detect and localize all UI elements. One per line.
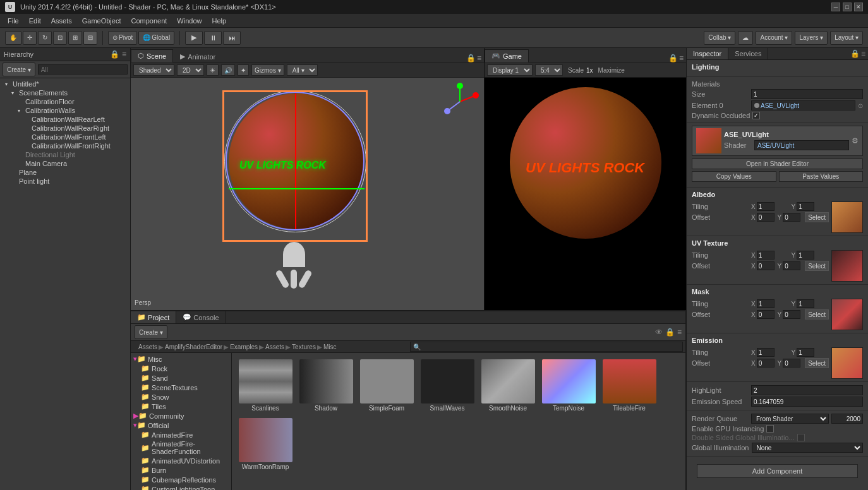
element0-menu-icon[interactable]: ⊙ (858, 102, 863, 109)
offset-y-input[interactable] (783, 310, 800, 319)
tab-inspector[interactable]: Inspector (687, 48, 728, 59)
menu-file[interactable]: File (3, 16, 24, 26)
tiling-y-input[interactable] (797, 251, 814, 260)
offset-x-input[interactable] (757, 359, 775, 368)
render-queue-value[interactable] (831, 414, 863, 424)
offset-x-input[interactable] (757, 261, 775, 270)
scene-all-dropdown[interactable]: All ▾ (287, 64, 318, 76)
project-create-button[interactable]: Create ▾ (135, 325, 167, 339)
breadcrumb-textures[interactable]: Textures (292, 344, 316, 350)
breadcrumb-assets2[interactable]: Assets (265, 344, 284, 350)
gizmos-dropdown[interactable]: Gizmos ▾ (251, 64, 284, 76)
2d-toggle[interactable]: 2D (177, 64, 204, 76)
play-button[interactable]: ▶ (185, 31, 203, 45)
lighting-toggle[interactable]: ☀ (207, 64, 219, 76)
mask-select-button[interactable]: Select (805, 309, 829, 320)
hierarchy-item-maincamera[interactable]: Main Camera (0, 159, 130, 168)
rect-tool[interactable]: ⊞ (68, 31, 82, 45)
maximize-button[interactable]: □ (843, 3, 852, 11)
game-menu-icon[interactable]: ≡ (679, 54, 684, 63)
shader-settings-icon[interactable]: ⚙ (852, 136, 859, 145)
breadcrumb-amplify[interactable]: AmplifyShaderEditor (165, 344, 222, 350)
hierarchy-menu-icon[interactable]: ≡ (122, 50, 126, 59)
hierarchy-item-wallfrontright[interactable]: CalibrationWallFrontRight (0, 141, 130, 150)
tree-item-animatedfire[interactable]: 📁 AnimatedFire (131, 430, 231, 439)
menu-window[interactable]: Window (172, 16, 207, 26)
global-illumination-dropdown[interactable]: None (752, 443, 864, 453)
breadcrumb-examples[interactable]: Examples (230, 344, 258, 350)
offset-x-input[interactable] (757, 310, 775, 319)
tree-item-rock[interactable]: 📁 Rock (131, 364, 231, 373)
tiling-x-input[interactable] (757, 202, 775, 211)
asset-scanlines[interactable]: Scanlines (237, 358, 294, 413)
hierarchy-search[interactable] (38, 64, 128, 75)
menu-component[interactable]: Component (126, 16, 172, 26)
breadcrumb-misc[interactable]: Misc (323, 344, 337, 350)
albedo-select-button[interactable]: Select (805, 212, 829, 222)
pivot-button[interactable]: ⊙ Pivot (108, 31, 137, 45)
emission-speed-field[interactable] (751, 397, 863, 407)
tree-item-tiles[interactable]: 📁 Tiles (131, 402, 231, 411)
double-sided-checkbox[interactable] (797, 434, 805, 441)
tree-item-animatedfire-sf[interactable]: 📁 AnimatedFire-ShaderFunction (131, 439, 231, 456)
emission-select-button[interactable]: Select (805, 358, 829, 368)
inspector-menu-icon[interactable]: ≡ (861, 49, 865, 58)
uv-select-button[interactable]: Select (805, 261, 829, 271)
tree-item-burn[interactable]: 📁 Burn (131, 465, 231, 475)
step-button[interactable]: ⏭ (223, 31, 241, 45)
hierarchy-lock-icon[interactable]: 🔒 (110, 50, 119, 59)
ratio-dropdown[interactable]: 5:4 (535, 64, 563, 76)
menu-gameobject[interactable]: GameObject (77, 16, 126, 26)
account-dropdown[interactable]: Account ▾ (756, 31, 792, 45)
hierarchy-item-plane[interactable]: Plane (0, 168, 130, 177)
tab-scene[interactable]: ⬡ Scene (131, 49, 173, 63)
move-tool[interactable]: ✛ (23, 31, 37, 45)
menu-edit[interactable]: Edit (24, 16, 46, 26)
asset-smoothnoise[interactable]: SmoothNoise (479, 358, 536, 413)
offset-x-input[interactable] (757, 213, 775, 222)
asset-shadow[interactable]: Shadow (298, 358, 354, 413)
fx-toggle[interactable]: ✦ (238, 64, 249, 76)
hierarchy-item-pointlight[interactable]: Point light (0, 177, 130, 186)
gpu-instancing-checkbox[interactable] (766, 425, 774, 433)
hierarchy-item-wallrearright[interactable]: CalibrationWallRearRight (0, 124, 130, 133)
minimize-button[interactable]: ─ (831, 3, 840, 11)
scene-lock-icon[interactable]: 🔒 (466, 54, 476, 63)
tree-item-animateduvdistortion[interactable]: 📁 AnimatedUVDistortion (131, 456, 231, 465)
project-lock-icon[interactable]: 🔒 (665, 328, 675, 337)
display-dropdown[interactable]: Display 1 (487, 64, 533, 76)
asset-simplefoam[interactable]: SimpleFoam (358, 358, 415, 413)
rotate-tool[interactable]: ↻ (38, 31, 52, 45)
close-button[interactable]: ✕ (854, 3, 863, 11)
render-queue-dropdown[interactable]: From Shader (751, 414, 829, 424)
add-component-button[interactable]: Add Component (697, 464, 858, 478)
tree-item-snow[interactable]: 📁 Snow (131, 392, 231, 402)
tiling-x-input[interactable] (757, 251, 775, 260)
tree-item-official[interactable]: ▾📁 Official (131, 421, 231, 430)
hierarchy-item-sceneelements[interactable]: ▾ SceneElements (0, 88, 130, 97)
hierarchy-item-untitled[interactable]: ▾ Untitled* (0, 80, 130, 88)
asset-tileablefire[interactable]: TileableFire (601, 358, 658, 413)
tree-item-cubemapreflections[interactable]: 📁 CubemapReflections (131, 475, 231, 484)
layout-dropdown[interactable]: Layout ▾ (830, 31, 863, 45)
hand-tool[interactable]: ✋ (5, 31, 21, 45)
asset-search[interactable] (410, 342, 683, 352)
scene-menu-icon[interactable]: ≡ (477, 54, 481, 63)
hierarchy-item-calibrationfloor[interactable]: CalibrationFloor (0, 97, 130, 106)
menu-assets[interactable]: Assets (46, 16, 77, 26)
global-button[interactable]: 🌐 Global (138, 31, 174, 45)
game-lock-icon[interactable]: 🔒 (668, 54, 678, 63)
scale-tool[interactable]: ⊡ (53, 31, 67, 45)
copy-values-button[interactable]: Copy Values (692, 171, 776, 182)
tab-console[interactable]: 💬 Console (176, 311, 226, 323)
tree-item-sand[interactable]: 📁 Sand (131, 373, 231, 383)
tab-game[interactable]: 🎮 Game (485, 49, 529, 63)
offset-y-input[interactable] (783, 359, 800, 368)
asset-tempnoise[interactable]: TempNoise (540, 358, 597, 413)
hierarchy-item-wallfrontleft[interactable]: CalibrationWallFrontLeft (0, 133, 130, 141)
project-menu-icon[interactable]: ≡ (677, 328, 682, 337)
collab-button[interactable]: Collab ▾ (704, 31, 735, 45)
cloud-button[interactable]: ☁ (738, 31, 753, 45)
breadcrumb-assets[interactable]: Assets (138, 344, 157, 350)
element0-value[interactable]: ASE_UVLight (751, 100, 855, 111)
